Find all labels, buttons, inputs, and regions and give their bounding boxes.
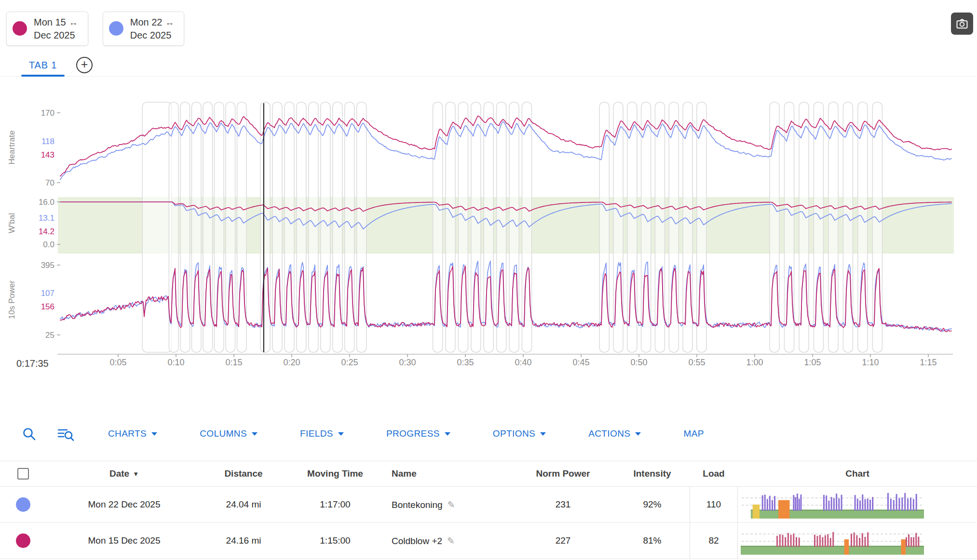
svg-text:0:35: 0:35 (457, 358, 474, 367)
cell-date: Mon 22 Dec 2025 (46, 499, 203, 510)
cell-norm-power: 227 (511, 535, 615, 546)
table-row[interactable]: Mon 15 Dec 2025 24.16 mi 1:15:00 Coldblo… (0, 523, 977, 559)
menu-charts[interactable]: CHARTS (105, 428, 160, 440)
chip-date-text: Mon 22↔ Dec 2025 (130, 16, 175, 41)
chevron-down-icon (445, 432, 450, 436)
svg-text:Heartrate: Heartrate (7, 131, 16, 165)
swap-dates-icon[interactable]: ↔ (69, 17, 78, 27)
menu-map[interactable]: MAP (680, 428, 706, 440)
column-header-load[interactable]: Load (690, 468, 738, 479)
svg-text:13.1: 13.1 (39, 213, 54, 223)
svg-text:1:05: 1:05 (804, 358, 821, 367)
menu-actions[interactable]: ACTIONS (585, 428, 644, 440)
svg-text:W'bal: W'bal (7, 213, 16, 233)
svg-text:16.0: 16.0 (39, 198, 54, 207)
chevron-down-icon (252, 432, 258, 436)
svg-text:0:15: 0:15 (225, 358, 242, 367)
svg-text:0:30: 0:30 (399, 358, 416, 367)
chevron-down-icon (540, 432, 546, 436)
svg-text:1:00: 1:00 (746, 358, 763, 367)
table-header-row: Date▼ Distance Moving Time Name Norm Pow… (0, 461, 977, 487)
svg-text:0:25: 0:25 (341, 358, 358, 367)
svg-text:10s Power: 10s Power (7, 280, 16, 320)
column-header-chart: Chart (738, 468, 977, 479)
column-header-date[interactable]: Date▼ (46, 468, 203, 479)
activity-chart-thumbnail (741, 491, 924, 519)
svg-text:143: 143 (41, 150, 54, 160)
svg-text:0:45: 0:45 (572, 358, 589, 367)
activity-chart-thumbnail (741, 527, 924, 555)
swap-dates-icon[interactable]: ↔ (165, 17, 174, 27)
add-tab-button[interactable]: + (76, 57, 93, 73)
tab-1[interactable]: TAB 1 (21, 54, 65, 76)
svg-text:70: 70 (45, 178, 54, 187)
column-header-name[interactable]: Name (386, 468, 511, 479)
screenshot-button[interactable] (951, 13, 973, 35)
search-icon (21, 426, 37, 441)
menu-options[interactable]: OPTIONS (490, 428, 549, 440)
svg-text:118: 118 (41, 137, 54, 146)
svg-text:0.0: 0.0 (43, 240, 54, 249)
filter-list-button[interactable] (57, 426, 75, 441)
cell-intensity: 92% (615, 499, 690, 510)
date-chip-activity-1[interactable]: Mon 15↔ Dec 2025 (6, 12, 88, 46)
activity-color-dot[interactable] (16, 497, 30, 512)
app-root: Mon 15↔ Dec 2025 Mon 22↔ Dec 2025 TAB 1 … (0, 0, 977, 560)
table-row[interactable]: Mon 22 Dec 2025 24.04 mi 1:17:00 Bonteko… (0, 487, 977, 523)
date-chip-activity-2[interactable]: Mon 22↔ Dec 2025 (103, 12, 185, 46)
tab-bar: TAB 1 + (0, 54, 977, 77)
svg-text:0:40: 0:40 (515, 358, 531, 367)
menu-columns[interactable]: COLUMNS (197, 428, 260, 440)
search-button[interactable] (21, 426, 37, 441)
series-color-dot (109, 21, 123, 36)
svg-text:0:55: 0:55 (688, 358, 705, 367)
column-header-distance[interactable]: Distance (203, 468, 285, 479)
svg-text:107: 107 (41, 289, 54, 298)
cell-load: 110 (690, 487, 738, 522)
chevron-down-icon (635, 432, 641, 436)
cell-moving-time: 1:15:00 (285, 535, 386, 546)
svg-text:14.2: 14.2 (39, 227, 54, 236)
list-search-icon (57, 426, 75, 441)
cell-moving-time: 1:17:00 (285, 499, 386, 510)
svg-text:25: 25 (45, 331, 54, 340)
cell-name: Coldblow +2✎ (386, 535, 511, 547)
series-color-dot (13, 21, 27, 36)
chip-date-bottom: Dec 2025 (34, 29, 78, 41)
svg-text:156: 156 (41, 302, 54, 311)
svg-text:170: 170 (41, 108, 54, 118)
cell-date: Mon 15 Dec 2025 (46, 535, 203, 546)
cell-distance: 24.16 mi (203, 535, 285, 546)
cell-name: Bontekoning✎ (386, 499, 511, 510)
plus-icon: + (81, 58, 88, 70)
chevron-down-icon (338, 432, 344, 436)
column-header-moving-time[interactable]: Moving Time (285, 468, 386, 479)
chip-date-top: Mon 22 (130, 17, 163, 27)
activity-color-dot[interactable] (16, 533, 30, 548)
cell-distance: 24.04 mi (203, 499, 285, 510)
cell-norm-power: 231 (511, 499, 615, 510)
edit-name-icon[interactable]: ✎ (447, 536, 455, 546)
chip-date-bottom: Dec 2025 (130, 29, 175, 41)
cell-intensity: 81% (615, 535, 690, 546)
svg-text:395: 395 (41, 261, 54, 270)
svg-text:0:50: 0:50 (630, 358, 647, 367)
svg-text:0:20: 0:20 (283, 358, 300, 367)
comparison-chart[interactable]: 0:050:100:150:200:250:300:350:400:450:50… (0, 95, 977, 375)
edit-name-icon[interactable]: ✎ (448, 500, 455, 510)
select-all-checkbox[interactable] (17, 468, 29, 480)
menu-progress[interactable]: PROGRESS (383, 428, 453, 440)
chevron-down-icon (151, 432, 157, 436)
column-header-norm-power[interactable]: Norm Power (511, 468, 615, 479)
activities-table: Date▼ Distance Moving Time Name Norm Pow… (0, 461, 977, 559)
svg-text:0:05: 0:05 (109, 358, 126, 367)
date-range-chips: Mon 15↔ Dec 2025 Mon 22↔ Dec 2025 (6, 12, 184, 46)
menu-fields[interactable]: FIELDS (297, 428, 347, 440)
column-header-intensity[interactable]: Intensity (615, 468, 690, 479)
svg-text:0:10: 0:10 (167, 358, 184, 367)
svg-text:1:15: 1:15 (920, 358, 936, 367)
camera-icon (955, 17, 969, 30)
svg-text:0:17:35: 0:17:35 (16, 358, 49, 369)
activities-toolbar: CHARTS COLUMNS FIELDS PROGRESS OPTIONS A… (0, 418, 977, 449)
chip-date-top: Mon 15 (34, 17, 66, 27)
